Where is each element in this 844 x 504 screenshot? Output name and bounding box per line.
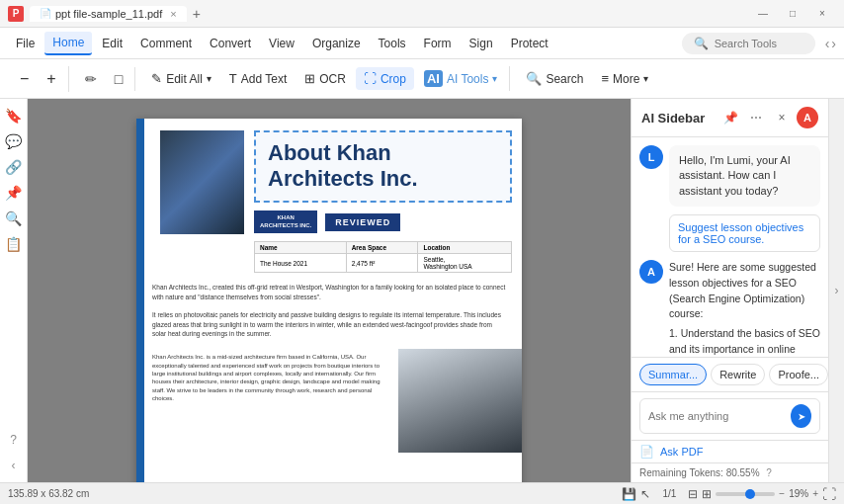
menu-home[interactable]: Home bbox=[44, 32, 92, 55]
sidebar-icon-layers[interactable]: 📋 bbox=[3, 233, 25, 255]
ai-suggest-btn[interactable]: Suggest lesson objectives for a SEO cour… bbox=[669, 214, 820, 252]
zoom-level: 19% bbox=[789, 488, 808, 499]
close-btn[interactable]: × bbox=[808, 3, 836, 25]
menu-comment[interactable]: Comment bbox=[132, 33, 200, 54]
minimize-btn[interactable]: — bbox=[749, 3, 777, 25]
search-icon: 🔍 bbox=[694, 37, 709, 50]
page-info: 1/1 bbox=[654, 488, 684, 499]
toolbar: − + ✏ □ ✎ Edit All ▾ T Add Text ⊞ OCR ⛶ … bbox=[0, 59, 844, 99]
ai-greeting-row: L Hello, I'm Lumi, your AI assistant. Ho… bbox=[639, 145, 820, 207]
sidebar-icon-help[interactable]: ? bbox=[3, 429, 25, 451]
pdf-title: About Khan Architects Inc. bbox=[268, 140, 498, 193]
status-right: 💾 ↖ 1/1 ⊟ ⊞ − 19% + ⛶ bbox=[622, 486, 836, 502]
sidebar-icon-stamp[interactable]: 📌 bbox=[3, 182, 25, 204]
sidebar-icon-collapse[interactable]: ‹ bbox=[3, 455, 25, 476]
menu-convert[interactable]: Convert bbox=[202, 33, 259, 54]
ai-more-icon[interactable]: ⋯ bbox=[745, 107, 767, 128]
pdf-logos: KHANARCHITECTS INC. REVIEWED bbox=[254, 210, 512, 234]
crop-btn[interactable]: ⛶ Crop bbox=[356, 67, 414, 90]
ai-sidebar-header: AI Sidebar 📌 ⋯ × A bbox=[632, 99, 828, 137]
zoom-group: − + bbox=[8, 66, 69, 92]
menu-form[interactable]: Form bbox=[416, 33, 460, 54]
proofread-btn[interactable]: Proofe... bbox=[769, 364, 828, 385]
more-btn[interactable]: ≡ More ▾ bbox=[593, 67, 656, 90]
nav-forward-btn[interactable]: › bbox=[831, 36, 836, 51]
ai-header-icons: 📌 ⋯ × A bbox=[719, 107, 818, 128]
title-bar: P 📄 ppt file-sample_11.pdf × + — □ × bbox=[0, 0, 844, 28]
active-tab[interactable]: 📄 ppt file-sample_11.pdf × bbox=[30, 6, 187, 22]
ask-pdf-icon: 📄 bbox=[639, 445, 654, 459]
search-tools-box[interactable]: 🔍 bbox=[682, 33, 815, 54]
send-icon: ➤ bbox=[798, 411, 805, 422]
ai-chat-content: L Hello, I'm Lumi, your AI assistant. Ho… bbox=[632, 137, 828, 357]
zoom-in-status-btn[interactable]: + bbox=[812, 488, 818, 499]
ai-response-row: A Sure! Here are some suggested lesson o… bbox=[639, 260, 820, 357]
pdf-info-table: Name Area Space Location The House 2021 … bbox=[254, 241, 512, 273]
ai-pin-icon[interactable]: 📌 bbox=[719, 107, 741, 128]
add-text-btn[interactable]: T Add Text bbox=[221, 67, 295, 90]
pdf-body-text3: Khan Architects Inc. is a mid-sized arch… bbox=[136, 349, 398, 453]
ai-close-icon[interactable]: × bbox=[771, 107, 793, 128]
page-layout-icon[interactable]: ⊟ bbox=[688, 487, 698, 501]
rewrite-btn[interactable]: Rewrite bbox=[711, 364, 765, 385]
fullscreen-btn[interactable]: ⛶ bbox=[822, 486, 836, 502]
rectangle-btn[interactable]: □ bbox=[107, 67, 130, 91]
app-icon: P bbox=[8, 6, 24, 22]
search-group: 🔍 Search ≡ More ▾ bbox=[514, 67, 660, 90]
zoom-out-btn[interactable]: − bbox=[12, 66, 37, 92]
summarize-btn[interactable]: Summar... bbox=[639, 364, 707, 385]
ai-icon: AI bbox=[424, 70, 443, 87]
menu-tools[interactable]: Tools bbox=[371, 33, 414, 54]
fit-icon[interactable]: ⊞ bbox=[702, 487, 712, 501]
ai-response-content: Sure! Here are some suggested lesson obj… bbox=[669, 260, 820, 357]
menu-view[interactable]: View bbox=[261, 33, 302, 54]
pdf-viewer[interactable]: About Khan Architects Inc. KHANARCHITECT… bbox=[28, 99, 631, 482]
menu-file[interactable]: File bbox=[8, 33, 42, 54]
save-status-icon: 💾 bbox=[622, 487, 636, 501]
pdf-body-text1: Khan Architects Inc., created this off-g… bbox=[136, 279, 522, 306]
highlight-btn[interactable]: ✏ bbox=[77, 67, 105, 91]
menu-organize[interactable]: Organize bbox=[304, 33, 369, 54]
zoom-in-btn[interactable]: + bbox=[39, 66, 63, 92]
ai-tools-btn[interactable]: AI AI Tools ▾ bbox=[416, 66, 505, 91]
add-text-icon: T bbox=[229, 71, 237, 86]
menu-edit[interactable]: Edit bbox=[94, 33, 130, 54]
pdf-blue-bar bbox=[136, 119, 144, 482]
annotation-group: ✏ □ bbox=[73, 67, 135, 91]
sidebar-icon-bookmark[interactable]: 🔖 bbox=[3, 105, 25, 126]
zoom-thumb bbox=[745, 489, 755, 499]
ai-sidebar-title: AI Sidebar bbox=[641, 111, 705, 126]
search-btn[interactable]: 🔍 Search bbox=[518, 67, 591, 90]
dimensions-label: 135.89 x 63.82 cm bbox=[8, 488, 89, 499]
edit-all-chevron: ▾ bbox=[207, 73, 211, 84]
ai-active-badge: A bbox=[797, 107, 818, 128]
crop-icon: ⛶ bbox=[364, 71, 377, 86]
right-panel-toggle[interactable]: › bbox=[828, 99, 844, 482]
edit-all-btn[interactable]: ✎ Edit All ▾ bbox=[143, 67, 219, 90]
nav-back-btn[interactable]: ‹ bbox=[825, 36, 830, 51]
help-icon[interactable]: ? bbox=[766, 467, 772, 478]
more-chevron: ▾ bbox=[643, 73, 648, 84]
sidebar-icon-comment[interactable]: 💬 bbox=[3, 130, 25, 152]
tokens-remaining: Remaining Tokens: 80.55% ? bbox=[632, 462, 828, 482]
zoom-slider[interactable] bbox=[716, 492, 775, 496]
add-tab-btn[interactable]: + bbox=[193, 6, 201, 22]
ocr-btn[interactable]: ⊞ OCR bbox=[296, 67, 354, 90]
ai-send-btn[interactable]: ➤ bbox=[791, 404, 811, 428]
ai-tools-bar: Summar... Rewrite Proofe... ⋮ bbox=[632, 357, 828, 391]
search-tools-input[interactable] bbox=[715, 38, 803, 49]
menu-sign[interactable]: Sign bbox=[462, 33, 501, 54]
zoom-out-status-btn[interactable]: − bbox=[779, 488, 785, 499]
maximize-btn[interactable]: □ bbox=[779, 3, 806, 25]
ai-input-box[interactable]: ➤ bbox=[639, 398, 820, 434]
tab-close-icon[interactable]: × bbox=[170, 8, 176, 20]
ai-input-field[interactable] bbox=[648, 410, 785, 422]
ask-pdf-row[interactable]: 📄 Ask PDF bbox=[632, 440, 828, 462]
edit-group: ✎ Edit All ▾ T Add Text ⊞ OCR ⛶ Crop AI … bbox=[139, 66, 510, 91]
ask-pdf-label[interactable]: Ask PDF bbox=[660, 446, 703, 458]
lumi-avatar: L bbox=[639, 145, 663, 169]
sidebar-icon-search[interactable]: 🔍 bbox=[3, 208, 25, 229]
menu-protect[interactable]: Protect bbox=[503, 33, 556, 54]
reviewed-logo: REVIEWED bbox=[325, 213, 400, 231]
sidebar-icon-link[interactable]: 🔗 bbox=[3, 156, 25, 178]
